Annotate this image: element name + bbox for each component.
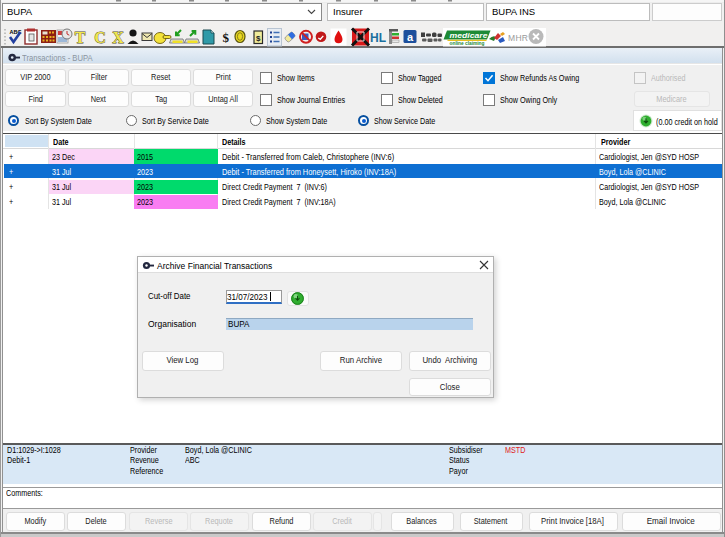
svg-text:$: $ [256,34,261,43]
svg-text:$: $ [222,30,229,45]
svg-text:MHR: MHR [508,33,528,43]
svg-text:a: a [407,31,414,43]
svg-text:HL: HL [370,31,386,45]
svg-text:medicare: medicare [450,31,489,40]
svg-text:X: X [112,29,124,46]
svg-text:C: C [94,29,106,46]
svg-text:T: T [75,29,86,46]
svg-text:online claiming: online claiming [450,41,485,46]
